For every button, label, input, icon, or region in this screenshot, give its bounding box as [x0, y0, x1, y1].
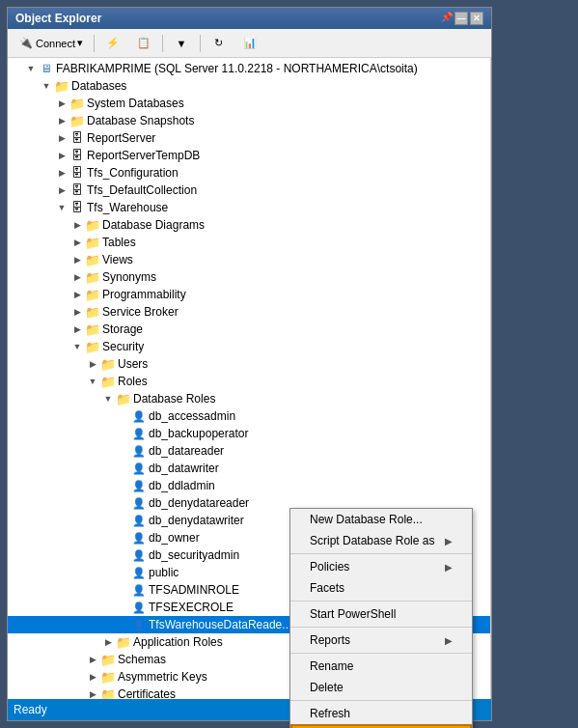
users-icon: 📁	[100, 356, 116, 372]
ctx-rename[interactable]: Rename	[290, 656, 472, 677]
role-icon-tfsexec: 👤	[131, 600, 147, 615]
ctx-facets[interactable]: Facets	[290, 577, 472, 599]
tree-node-tfs-config[interactable]: ▶ 🗄 Tfs_Configuration	[8, 164, 490, 182]
ctx-policies[interactable]: Policies ▶	[290, 556, 472, 577]
views-label: Views	[102, 253, 133, 266]
tree-node-databases[interactable]: ▼ 📁 Databases	[8, 77, 490, 95]
server-icon: 🖥	[39, 61, 54, 76]
expand-security[interactable]: ▼	[69, 339, 85, 354]
title-bar-buttons: 📌 — ✕	[441, 12, 483, 25]
tree-node-db-snapshots[interactable]: ▶ 📁 Database Snapshots	[8, 112, 490, 129]
separator-3	[200, 35, 201, 52]
tree-node-db-diagrams[interactable]: ▶ 📁 Database Diagrams	[8, 216, 490, 234]
expand-service-broker[interactable]: ▶	[69, 304, 85, 320]
db-datareader-label: db_datareader	[149, 444, 224, 458]
databases-icon: 📁	[54, 78, 69, 94]
role-icon-accessadmin: 👤	[131, 408, 147, 424]
expand-app-roles[interactable]: ▶	[100, 634, 116, 650]
tree-node-db-roles[interactable]: ▼ 📁 Database Roles	[8, 390, 490, 407]
expand-roles[interactable]: ▼	[85, 374, 100, 389]
expand-certificates[interactable]: ▶	[85, 686, 100, 699]
tree-node-views[interactable]: ▶ 📁 Views	[8, 251, 490, 268]
expand-tfs-warehouse[interactable]: ▼	[54, 200, 69, 215]
connect-arrow: ▾	[77, 37, 83, 49]
db-diagrams-icon: 📁	[85, 217, 100, 233]
tree-node-storage[interactable]: ▶ 📁 Storage	[8, 321, 490, 338]
ctx-facets-label: Facets	[310, 581, 344, 595]
expand-reportservertempdb[interactable]: ▶	[54, 148, 69, 163]
db-diagrams-label: Database Diagrams	[102, 218, 205, 232]
ctx-sep-1	[290, 553, 472, 554]
expand-system-db[interactable]: ▶	[54, 96, 69, 111]
expand-tfs-default[interactable]: ▶	[54, 182, 69, 198]
roles-icon: 📁	[100, 374, 116, 389]
disconnect-icon: ⚡	[105, 36, 121, 51]
filter-button[interactable]: ▼	[167, 33, 196, 54]
tree-node-tfs-default[interactable]: ▶ 🗄 Tfs_DefaultCollection	[8, 182, 490, 199]
ctx-powershell[interactable]: Start PowerShell	[290, 603, 472, 625]
expand-tables[interactable]: ▶	[69, 235, 85, 250]
expand-views[interactable]: ▶	[69, 252, 85, 267]
tree-node-db-backupoperator[interactable]: 👤 db_backupoperator	[8, 425, 490, 442]
ctx-properties[interactable]: Properties	[290, 724, 472, 728]
role-icon-owner: 👤	[131, 530, 147, 546]
tree-node-security[interactable]: ▼ 📁 Security	[8, 338, 490, 355]
tree-node-reportserver[interactable]: ▶ 🗄 ReportServer	[8, 129, 490, 147]
tree-node-server[interactable]: ▼ 🖥 FABRIKAMPRIME (SQL Server 11.0.2218 …	[8, 60, 490, 77]
tfs-default-label: Tfs_DefaultCollection	[87, 183, 197, 197]
expand-server[interactable]: ▼	[23, 61, 39, 76]
expand-db-roles[interactable]: ▼	[100, 391, 116, 406]
ctx-new-role[interactable]: New Database Role...	[290, 509, 472, 530]
expand-databases[interactable]: ▼	[39, 78, 54, 94]
tree-node-system-db[interactable]: ▶ 📁 System Databases	[8, 95, 490, 112]
expand-storage[interactable]: ▶	[69, 322, 85, 337]
expand-schemas[interactable]: ▶	[85, 652, 100, 667]
tree-node-roles[interactable]: ▼ 📁 Roles	[8, 373, 490, 390]
ctx-refresh[interactable]: Refresh	[290, 703, 472, 724]
ctx-sep-3	[290, 627, 472, 628]
db-backupoperator-label: db_backupoperator	[149, 427, 248, 440]
reportserver-icon: 🗄	[69, 130, 85, 146]
tree-node-tables[interactable]: ▶ 📁 Tables	[8, 234, 490, 251]
expand-asymmetric-keys[interactable]: ▶	[85, 669, 100, 685]
tree-node-db-ddladmin[interactable]: 👤 db_ddladmin	[8, 477, 490, 494]
ctx-delete[interactable]: Delete	[290, 677, 472, 698]
expand-programmability[interactable]: ▶	[69, 287, 85, 302]
db-datawriter-label: db_datawriter	[149, 462, 219, 475]
close-button[interactable]: ✕	[470, 12, 483, 25]
register-button[interactable]: 📋	[129, 33, 158, 54]
tree-node-db-datareader[interactable]: 👤 db_datareader	[8, 442, 490, 460]
ctx-script-role[interactable]: Script Database Role as ▶	[290, 530, 472, 551]
service-broker-icon: 📁	[85, 304, 100, 320]
tree-node-reportservertempdb[interactable]: ▶ 🗄 ReportServerTempDB	[8, 147, 490, 164]
expand-reportserver[interactable]: ▶	[54, 130, 69, 146]
summary-button[interactable]: 📊	[235, 33, 264, 54]
tree-node-programmability[interactable]: ▶ 📁 Programmability	[8, 286, 490, 303]
tree-node-service-broker[interactable]: ▶ 📁 Service Broker	[8, 303, 490, 321]
ctx-policies-label: Policies	[310, 560, 349, 574]
connect-button[interactable]: 🔌 Connect ▾	[12, 33, 90, 54]
expand-synonyms[interactable]: ▶	[69, 269, 85, 285]
expand-db-diagrams[interactable]: ▶	[69, 217, 85, 233]
ctx-reports[interactable]: Reports ▶	[290, 630, 472, 651]
tree-node-tfs-warehouse[interactable]: ▼ 🗄 Tfs_Warehouse	[8, 199, 490, 216]
tree-node-db-datawriter[interactable]: 👤 db_datawriter	[8, 460, 490, 477]
asymmetric-keys-label: Asymmetric Keys	[118, 670, 207, 684]
ctx-refresh-label: Refresh	[310, 707, 350, 720]
expand-tfs-config[interactable]: ▶	[54, 165, 69, 181]
tree-node-synonyms[interactable]: ▶ 📁 Synonyms	[8, 268, 490, 286]
expand-users[interactable]: ▶	[85, 356, 100, 372]
users-label: Users	[118, 357, 148, 371]
tree-node-db-accessadmin[interactable]: 👤 db_accessadmin	[8, 407, 490, 425]
tree-node-users[interactable]: ▶ 📁 Users	[8, 355, 490, 373]
ctx-reports-label: Reports	[310, 633, 350, 647]
ctx-reports-arrow: ▶	[445, 635, 453, 646]
expand-db-snapshots[interactable]: ▶	[54, 113, 69, 128]
certificates-icon: 📁	[100, 686, 116, 699]
minimize-button[interactable]: —	[454, 12, 468, 25]
disconnect-button[interactable]: ⚡	[98, 33, 127, 54]
role-icon-ddladmin: 👤	[131, 478, 147, 493]
object-explorer-window: Object Explorer 📌 — ✕ 🔌 Connect ▾ ⚡ 📋 ▼ …	[7, 7, 492, 721]
refresh-toolbar-button[interactable]: ↻	[205, 33, 234, 54]
summary-icon: 📊	[242, 36, 258, 51]
